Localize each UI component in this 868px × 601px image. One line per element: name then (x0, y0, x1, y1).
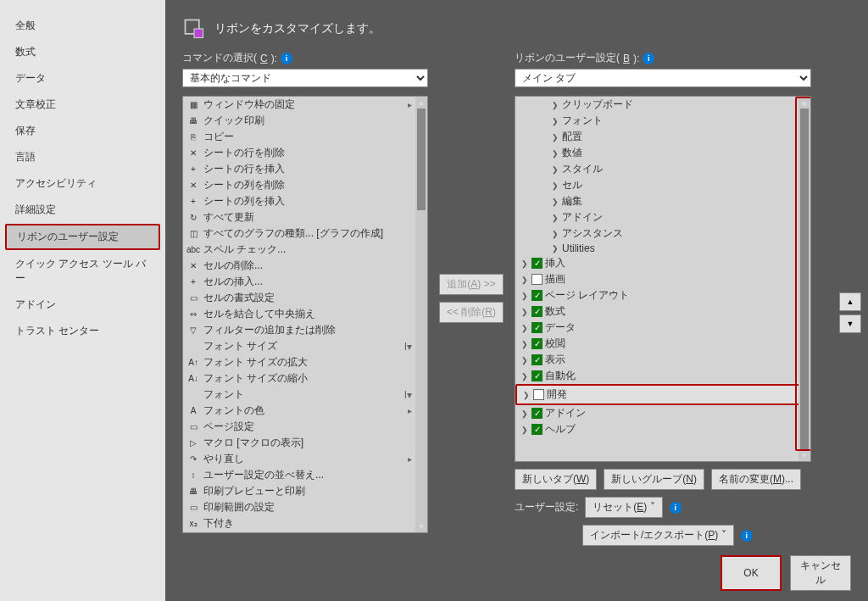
tree-item[interactable]: ❯✓ヘルプ (515, 421, 810, 437)
sidebar-item[interactable]: アクセシビリティ (0, 170, 165, 197)
checkbox[interactable] (533, 389, 544, 400)
chevron-right-icon[interactable]: ❯ (520, 275, 529, 284)
command-item[interactable]: ▭セルの書式設定 (183, 290, 427, 306)
rename-button[interactable]: 名前の変更(M)... (711, 469, 801, 490)
command-item[interactable]: +シートの行を挿入 (183, 161, 427, 177)
chevron-right-icon[interactable]: ❯ (551, 214, 559, 222)
checkbox[interactable]: ✓ (531, 424, 542, 435)
command-item[interactable]: ✕セルの削除... (183, 258, 427, 274)
move-up-button[interactable]: ▲ (839, 292, 861, 311)
scroll-thumb[interactable] (417, 109, 426, 210)
command-item[interactable]: ◫すべてのグラフの種類... [グラフの作成] (183, 225, 427, 242)
command-item[interactable]: A↑フォント サイズの拡大 (183, 354, 427, 370)
command-item[interactable]: +シートの列を挿入 (183, 193, 427, 209)
info-icon[interactable]: i (741, 530, 753, 542)
sidebar-item[interactable]: アドイン (0, 292, 165, 318)
sidebar-item[interactable]: 言語 (0, 144, 165, 170)
command-item[interactable]: x₂下付き (183, 515, 427, 531)
command-item[interactable]: ↕ユーザー設定の並べ替え... (183, 467, 427, 483)
scroll-up-icon[interactable]: ▲ (415, 97, 427, 109)
command-item[interactable]: ⇔セルを結合して中央揃え (183, 306, 427, 322)
tree-item[interactable]: ❯✓挿入 (515, 255, 810, 271)
new-group-button[interactable]: 新しいグループ(N) (604, 469, 704, 490)
command-item[interactable]: A↓フォント サイズの縮小 (183, 370, 427, 387)
chevron-right-icon[interactable]: ❯ (551, 117, 559, 125)
chevron-right-icon[interactable]: ❯ (520, 308, 529, 316)
ribbon-dropdown[interactable]: メイン タブ (515, 69, 811, 87)
chevron-right-icon[interactable]: ❯ (520, 292, 529, 300)
info-icon[interactable]: i (281, 53, 292, 64)
command-item[interactable]: ▷マクロ [マクロの表示] (183, 435, 427, 451)
command-item[interactable]: ✕シートの行を削除 (183, 145, 427, 161)
tree-item[interactable]: ❯✓数式 (515, 303, 810, 320)
command-item[interactable]: ↷やり直し▸ (183, 451, 427, 467)
chevron-right-icon[interactable]: ❯ (551, 133, 559, 142)
chevron-right-icon[interactable]: ❯ (520, 426, 529, 434)
sidebar-item[interactable]: リボンのユーザー設定 (5, 224, 160, 250)
chevron-right-icon[interactable]: ❯ (520, 340, 529, 348)
command-item[interactable]: +セルの挿入... (183, 274, 427, 290)
sidebar-item[interactable]: トラスト センター (0, 318, 165, 344)
commands-dropdown[interactable]: 基本的なコマンド (182, 69, 428, 87)
command-item[interactable]: 🖶印刷プレビューと印刷 (183, 483, 427, 499)
chevron-right-icon[interactable]: ❯ (551, 101, 559, 109)
scrollbar[interactable]: ▲ ▼ (798, 97, 810, 461)
command-item[interactable]: abcスペル チェック... (183, 242, 427, 258)
chevron-right-icon[interactable]: ❯ (551, 149, 559, 158)
checkbox[interactable]: ✓ (531, 370, 542, 381)
add-button[interactable]: 追加(A) >> (439, 274, 503, 295)
tree-item[interactable]: ❯✓ページ レイアウト (515, 287, 810, 303)
sidebar-item[interactable]: 全般 (0, 13, 165, 39)
new-tab-button[interactable]: 新しいタブ(W) (515, 469, 597, 490)
sidebar-item[interactable]: クイック アクセス ツール バー (0, 251, 165, 292)
chevron-right-icon[interactable]: ❯ (520, 356, 529, 364)
info-icon[interactable]: i (643, 53, 654, 64)
command-item[interactable]: ▭ページ設定 (183, 419, 427, 435)
chevron-right-icon[interactable]: ❯ (520, 372, 529, 381)
chevron-right-icon[interactable]: ❯ (551, 230, 559, 238)
reset-button[interactable]: リセット(E) ˅ (585, 497, 662, 518)
sidebar-item[interactable]: 詳細設定 (0, 197, 165, 223)
chevron-right-icon[interactable]: ❯ (551, 165, 559, 174)
chevron-right-icon[interactable]: ❯ (522, 391, 531, 399)
checkbox[interactable]: ✓ (531, 306, 542, 317)
chevron-right-icon[interactable]: ❯ (551, 198, 559, 206)
checkbox[interactable] (531, 274, 542, 285)
tree-item[interactable]: ❯アシスタンス (515, 225, 810, 242)
tree-item[interactable]: ❯クリップボード (515, 97, 810, 113)
info-icon[interactable]: i (670, 502, 682, 514)
import-export-button[interactable]: インポート/エクスポート(P) ˅ (582, 525, 734, 546)
tree-item[interactable]: ❯✓データ (515, 320, 810, 336)
chevron-right-icon[interactable]: ❯ (520, 324, 529, 332)
tree-item[interactable]: ❯描画 (515, 271, 810, 287)
tree-item[interactable]: ❯Utilities (515, 242, 810, 255)
scroll-thumb[interactable] (800, 109, 809, 449)
sidebar-item[interactable]: 文章校正 (0, 92, 165, 118)
commands-listbox[interactable]: ▦ウィンドウ枠の固定▸🖶クイック印刷⎘コピー✕シートの行を削除+シートの行を挿入… (182, 96, 428, 533)
checkbox[interactable]: ✓ (531, 338, 542, 349)
command-item[interactable]: ▭印刷範囲の設定 (183, 499, 427, 515)
command-item[interactable]: Aフォントの色▸ (183, 403, 427, 419)
tree-item[interactable]: ❯✓アドイン (515, 405, 810, 421)
tree-item[interactable]: ❯フォント (515, 113, 810, 129)
checkbox[interactable]: ✓ (531, 290, 542, 301)
command-item[interactable]: ▦ウィンドウ枠の固定▸ (183, 97, 427, 113)
sidebar-item[interactable]: データ (0, 65, 165, 92)
scroll-up-icon[interactable]: ▲ (798, 97, 810, 109)
scrollbar[interactable]: ▲ ▼ (415, 97, 427, 532)
scroll-down-icon[interactable]: ▼ (415, 520, 427, 532)
command-item[interactable]: 開ク (183, 531, 427, 532)
sidebar-item[interactable]: 数式 (0, 39, 165, 65)
move-down-button[interactable]: ▼ (839, 314, 861, 333)
remove-button[interactable]: << 削除(R) (439, 302, 504, 323)
tree-item[interactable]: ❯✓自動化 (515, 368, 810, 384)
checkbox[interactable]: ✓ (531, 408, 542, 419)
cancel-button[interactable]: キャンセル (790, 555, 851, 591)
command-item[interactable]: ✕シートの列を削除 (183, 177, 427, 193)
command-item[interactable]: フォント サイズI▾ (183, 338, 427, 354)
checkbox[interactable]: ✓ (531, 322, 542, 333)
chevron-right-icon[interactable]: ❯ (551, 244, 559, 253)
scroll-down-icon[interactable]: ▼ (798, 449, 810, 461)
tree-item[interactable]: ❯配置 (515, 129, 810, 145)
checkbox[interactable]: ✓ (531, 258, 542, 269)
